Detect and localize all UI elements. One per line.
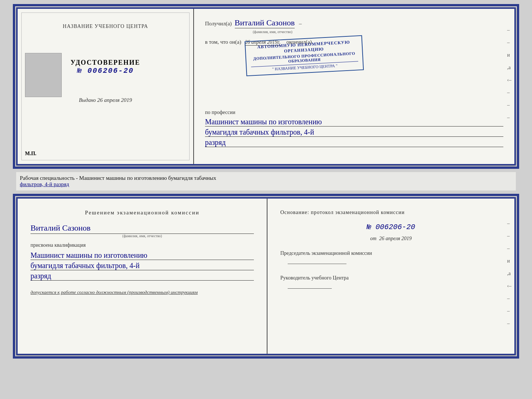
profession-line3: разряд xyxy=(205,138,503,147)
predsedatel-signature-line xyxy=(288,264,346,264)
profession-line1: Машинист машины по изготовлению xyxy=(205,118,503,127)
poluchil-line: Получил(а) Виталий Сазонов – xyxy=(205,18,503,28)
cert-bottom-left: Решением экзаменационной комиссии Витали… xyxy=(18,199,267,354)
prisvoena-label: присвоена квалификация xyxy=(30,242,254,248)
osnovanie-label: Основание: протокол экзаменационной коми… xyxy=(280,210,502,215)
po-professii-label: по профессии xyxy=(205,110,503,115)
protocol-number: № 006206-20 xyxy=(280,223,502,231)
middle-text: Рабочая специальность - Машинист машины … xyxy=(16,172,516,190)
mp-label: М.П. xyxy=(25,151,36,157)
bottom-person-name: Виталий Сазонов xyxy=(30,223,254,234)
side-dashes-bottom: – – – и ,а ‹– – – – xyxy=(507,221,511,327)
fio-label-bottom: (фамилия, имя, отчество) xyxy=(30,234,254,238)
center-title-top: НАЗВАНИЕ УЧЕБНОГО ЦЕНТРА xyxy=(63,24,148,29)
cert-top-right: Получил(а) Виталий Сазонов – (фамилия, и… xyxy=(194,9,514,164)
qual-line1: Машинист машины по изготовлению xyxy=(30,251,254,260)
qual-line3: разряд xyxy=(30,272,254,281)
profession-line2: бумагидля табачных фильтров, 4-й xyxy=(205,128,503,137)
qual-line2: бумагидля табачных фильтров, 4-й xyxy=(30,261,254,270)
certificate-bottom: Решением экзаменационной комиссии Витали… xyxy=(16,197,516,355)
rukovoditel-label: Руководитель учебного Центра xyxy=(280,275,502,289)
decision-title: Решением экзаменационной комиссии xyxy=(30,210,254,216)
rukovoditel-signature-line xyxy=(288,288,332,289)
udostoverenie-label: УДОСТОВЕРЕНИЕ № 006206-20 xyxy=(71,59,140,75)
predsedatel-label: Председатель экзаменационной комиссии xyxy=(280,250,502,264)
ot-line: от 26 апреля 2019 xyxy=(280,236,502,242)
vydano-line: Выдано 26 апреля 2019 xyxy=(79,97,132,103)
stamp-box: АВТОНОМНУЮ НЕКОММЕРЧЕСКУЮ ОРГАНИЗАЦИЮ ДО… xyxy=(245,35,364,76)
dopuskaetsya: допускается к работе согласно должностны… xyxy=(30,289,254,295)
fio-subtitle-top: (фамилия, имя, отчество) xyxy=(253,30,503,34)
cert-top-left: НАЗВАНИЕ УЧЕБНОГО ЦЕНТРА УДОСТОВЕРЕНИЕ №… xyxy=(18,9,194,164)
photo-placeholder xyxy=(25,53,62,97)
cert-bottom-right: Основание: протокол экзаменационной коми… xyxy=(267,199,514,354)
side-dashes-top: – – и ,а ‹– – – – xyxy=(507,27,511,121)
certificate-top: НАЗВАНИЕ УЧЕБНОГО ЦЕНТРА УДОСТОВЕРЕНИЕ №… xyxy=(16,7,516,165)
